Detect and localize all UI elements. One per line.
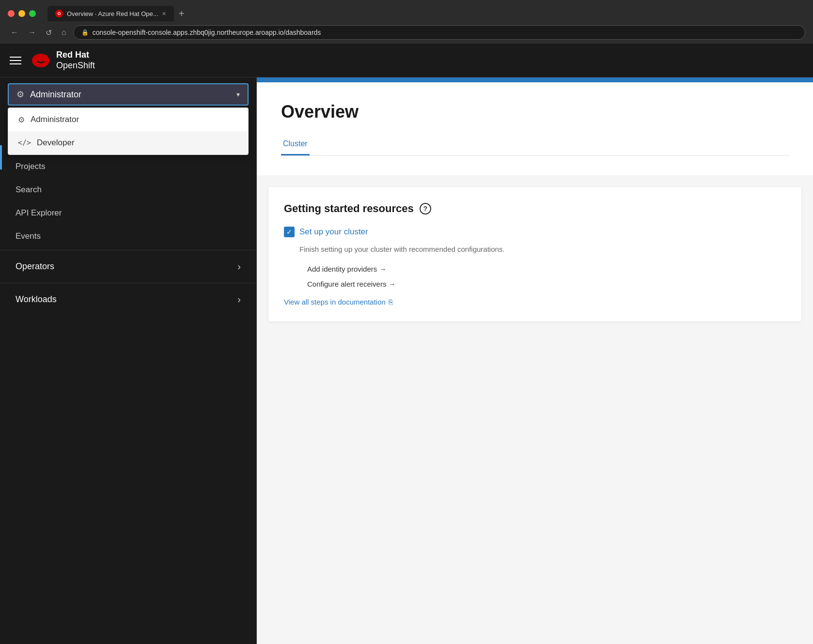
card-title: Getting started resources ? [284, 202, 786, 215]
tab-favicon: O [55, 10, 63, 17]
tabs-bar: Cluster [281, 134, 789, 156]
lock-icon: 🔒 [81, 29, 89, 36]
sidebar-item-events[interactable]: Events [0, 225, 256, 248]
wc-close[interactable] [8, 10, 15, 17]
content-section: Getting started resources ? ✓ Set up you… [257, 175, 813, 644]
docs-link-text: View all steps in documentation [284, 298, 386, 306]
operators-label: Operators [16, 261, 54, 272]
sidebar-section-workloads[interactable]: Workloads › [0, 285, 256, 314]
help-icon[interactable]: ? [420, 203, 431, 215]
address-url: console-openshift-console.apps.zhbq0jig.… [93, 29, 321, 36]
sidebar-item-search[interactable]: Search [0, 178, 256, 201]
operators-chevron-icon: › [237, 261, 241, 272]
new-tab-button[interactable]: + [175, 6, 188, 21]
sidebar-accent [0, 145, 2, 169]
setup-cluster-label[interactable]: Set up your cluster [299, 227, 368, 237]
redhat-logo [31, 53, 50, 68]
tab-close-button[interactable]: × [162, 10, 166, 17]
sidebar: ⚙ Administrator ▾ ⚙ Administrator </> De… [0, 77, 257, 644]
checkbox-checked-icon: ✓ [284, 227, 295, 237]
sidebar-divider-2 [0, 283, 256, 283]
setup-description: Finish setting up your cluster with reco… [299, 245, 786, 253]
reload-button[interactable]: ↺ [43, 26, 55, 39]
window-controls [8, 10, 36, 17]
setup-cluster-row: ✓ Set up your cluster [284, 227, 786, 237]
svg-point-1 [37, 57, 44, 62]
sidebar-divider-1 [0, 250, 256, 250]
logo-area: Red Hat OpenShift [31, 50, 95, 71]
configure-alerts-link[interactable]: Configure alert receivers → [307, 280, 786, 288]
logo-redhat: Red Hat [56, 50, 95, 61]
sidebar-item-api-explorer[interactable]: API Explorer [0, 201, 256, 225]
perspective-dropdown: ⚙ Administrator </> Developer [8, 107, 249, 155]
view-docs-link[interactable]: View all steps in documentation ⎘ [284, 298, 786, 306]
logo-text: Red Hat OpenShift [56, 50, 95, 71]
sidebar-item-projects[interactable]: Projects [0, 155, 256, 178]
address-bar[interactable]: 🔒 console-openshift-console.apps.zhbq0ji… [73, 25, 805, 40]
code-icon: </> [18, 138, 31, 147]
tab-title: Overview · Azure Red Hat Ope... [67, 10, 158, 17]
main-content: Overview Cluster Getting started resourc… [257, 77, 813, 644]
wc-minimize[interactable] [18, 10, 25, 17]
wc-maximize[interactable] [29, 10, 36, 17]
workloads-chevron-icon: › [237, 294, 241, 305]
logo-openshift: OpenShift [56, 61, 95, 71]
dropdown-developer-label: Developer [37, 138, 75, 148]
page-title: Overview [281, 102, 789, 122]
active-tab[interactable]: O Overview · Azure Red Hat Ope... × [47, 6, 174, 21]
gear-icon: ⚙ [16, 89, 24, 100]
perspective-label: Administrator [30, 90, 81, 100]
dropdown-item-developer[interactable]: </> Developer [8, 131, 248, 154]
workloads-label: Workloads [16, 294, 57, 305]
tab-cluster[interactable]: Cluster [281, 134, 310, 155]
add-identity-link[interactable]: Add identity providers → [307, 265, 786, 273]
admin-gear-icon: ⚙ [18, 115, 25, 124]
back-button[interactable]: ← [8, 26, 21, 39]
browser-window: O Overview · Azure Red Hat Ope... × + ← … [0, 0, 813, 644]
main-header-bar [257, 77, 813, 82]
card-title-text: Getting started resources [284, 202, 414, 215]
perspective-switcher[interactable]: ⚙ Administrator ▾ [8, 83, 249, 106]
sidebar-nav: Projects Search API Explorer Events [0, 155, 256, 248]
forward-button[interactable]: → [25, 26, 39, 39]
dropdown-item-administrator[interactable]: ⚙ Administrator [8, 108, 248, 131]
dropdown-admin-label: Administrator [31, 115, 79, 124]
chevron-down-icon: ▾ [236, 91, 240, 98]
app-header: Red Hat OpenShift [0, 44, 813, 77]
sidebar-section-operators[interactable]: Operators › [0, 252, 256, 281]
home-button[interactable]: ⌂ [59, 26, 69, 39]
hamburger-menu[interactable] [10, 57, 21, 64]
getting-started-card: Getting started resources ? ✓ Set up you… [268, 187, 801, 322]
external-link-icon: ⎘ [389, 298, 393, 306]
